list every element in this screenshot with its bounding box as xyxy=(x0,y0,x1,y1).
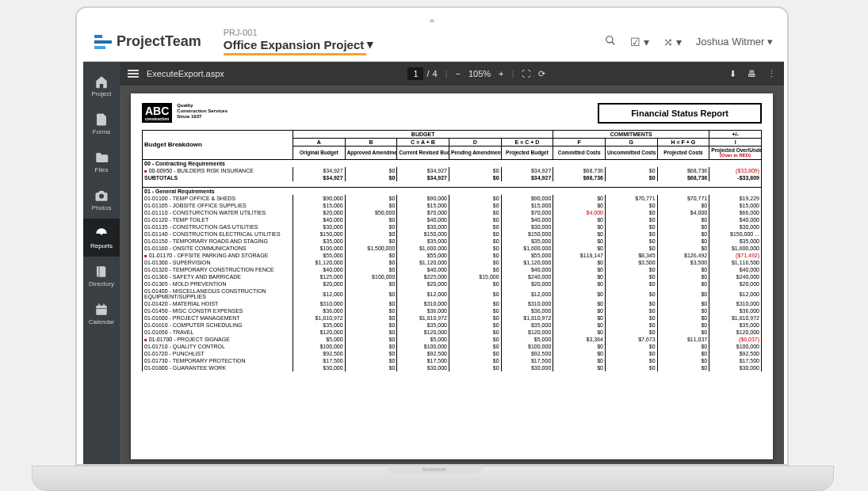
zoom-level[interactable]: 105% xyxy=(468,69,491,78)
laptop-notch: Notebook xyxy=(387,466,482,474)
table-row: 01-01160 - ONSITE COMMUNICATIONS xyxy=(143,245,293,252)
company-tagline: QualityConstruction ServicesSince 1937 xyxy=(177,103,228,120)
table-row: 01-01610 - COMPUTER SCHEDULING xyxy=(143,322,293,329)
table-row: 01-01140 - CONSTRUCTION ELECTRICAL UTILI… xyxy=(143,230,293,238)
table-row: 01-01400 - MISCELLANEOUS CONSTRUCTION EQ… xyxy=(143,287,293,300)
company-logo: ABC xyxy=(142,103,172,117)
gauge-icon xyxy=(94,226,109,241)
sidebar-label: Project xyxy=(92,90,112,97)
check-dropdown-icon[interactable]: ☑ ▾ xyxy=(630,36,649,48)
home-icon xyxy=(94,74,109,89)
sidebar-item-files[interactable]: Files xyxy=(83,143,120,181)
table-row: 01-01300 - SUPERVISION xyxy=(143,259,293,266)
print-icon[interactable]: 🖶 xyxy=(748,69,756,78)
report-page: ABC construction QualityConstruction Ser… xyxy=(131,93,773,459)
fit-page-icon[interactable]: ⛶ xyxy=(522,69,530,78)
table-row: 01-01150 - TEMPORARY ROADS AND STAGING xyxy=(143,238,293,245)
table-row: 01-01650 - TRAVEL xyxy=(143,329,293,336)
sidebar-label: Photos xyxy=(92,204,112,211)
table-row: 01-01110 - CONSTURCTION WATER UTILITIES xyxy=(143,209,293,216)
report-title: Financial Status Report xyxy=(598,103,762,124)
project-selector[interactable]: PRJ-001 Office Expansion Project ▾ xyxy=(224,28,374,55)
pdf-toolbar: ExecuteExport.aspx / 4 | − 105% + xyxy=(120,62,784,86)
page-number-input[interactable] xyxy=(407,67,423,80)
sidebar-label: Directory xyxy=(89,280,114,287)
table-row: 01-01105 - JOBSITE OFFICE SUPPLIES xyxy=(143,202,293,209)
table-row: 01-01800 - GUARANTEE WORK xyxy=(143,364,293,371)
sidebar-label: Calendar xyxy=(89,318,114,325)
sidebar-label: Files xyxy=(95,166,109,173)
doc-icon xyxy=(94,112,109,127)
table-row: 01-01720 - PUNCHLIST xyxy=(143,350,293,357)
sidebar-item-calendar[interactable]: Calendar xyxy=(83,295,120,333)
left-sidebar: ProjectFormsFilesPhotosReportsDirectoryC… xyxy=(83,62,120,466)
table-row: 01-01135 - CONSTRUCTION GAS UTILITIES xyxy=(143,223,293,230)
table-row: 00-00950 - BUILDERS RISK INSURANCE xyxy=(143,167,293,174)
logo-icon xyxy=(94,35,112,49)
table-row: 01-01360 - SAFETY AND BARRICADE xyxy=(143,273,293,280)
page-separator: / xyxy=(426,69,429,78)
rotate-icon[interactable]: ⟳ xyxy=(538,69,545,79)
document-filename: ExecuteExport.aspx xyxy=(147,69,224,78)
top-bar: ProjectTeam PRJ-001 Office Expansion Pro… xyxy=(83,22,784,62)
more-icon[interactable]: ⋮ xyxy=(767,69,776,79)
sidebar-label: Reports xyxy=(90,242,113,249)
table-row: 01-01320 - TEMPORARY CONSTRUCTION FENCE xyxy=(143,266,293,273)
zoom-in-button[interactable]: + xyxy=(499,69,503,78)
calendar-icon xyxy=(94,303,109,317)
sidebar-label: Forms xyxy=(93,128,111,135)
book-icon xyxy=(94,265,109,279)
sidebar-item-photos[interactable]: Photos xyxy=(83,181,120,219)
folder-icon xyxy=(94,150,109,165)
search-icon[interactable] xyxy=(605,35,616,48)
table-row: 01-01450 - MISC CONSTR EXPENSES xyxy=(143,307,293,314)
table-row: 01-01700 - PROJECT SIGNAGE xyxy=(143,336,293,343)
report-viewer: ExecuteExport.aspx / 4 | − 105% + xyxy=(120,62,784,466)
table-row: 01-01420 - MATERIAL HOIST xyxy=(143,300,293,307)
svg-rect-6 xyxy=(96,305,107,314)
caret-down-icon: ▾ xyxy=(367,37,373,51)
menu-icon[interactable] xyxy=(128,68,139,79)
table-row: 01-01100 - TEMP OFFICE & SHEDS xyxy=(143,195,293,202)
svg-line-1 xyxy=(612,42,615,45)
page-total: 4 xyxy=(433,69,438,78)
sidebar-item-forms[interactable]: Forms xyxy=(83,105,120,143)
divider: | xyxy=(512,69,514,78)
sidebar-item-directory[interactable]: Directory xyxy=(83,257,120,295)
sidebar-item-project[interactable]: Project xyxy=(83,67,120,105)
camera-icon xyxy=(94,188,109,203)
table-row: 01-01170 - OFFSITE PARKING AND STORAGE xyxy=(143,252,293,259)
brand-name: ProjectTeam xyxy=(117,33,201,50)
company-logo-block: ABC construction QualityConstruction Ser… xyxy=(142,103,228,123)
table-row: 01-01730 - TEMPORARY PROTECTION xyxy=(143,357,293,364)
table-row: 01-01600 - PROJECT MANAGEMENT xyxy=(143,314,293,322)
download-icon[interactable]: ⬇ xyxy=(729,69,736,79)
table-row: 01-01710 - QUALITY CONTROL xyxy=(143,343,293,350)
table-row: 01-01365 - MOLD PREVENTION xyxy=(143,280,293,287)
sidebar-item-reports[interactable]: Reports xyxy=(83,219,120,257)
shuffle-icon[interactable]: ⤮ ▾ xyxy=(663,36,682,48)
project-code: PRJ-001 xyxy=(224,28,374,37)
user-menu[interactable]: Joshua Witmer ▾ xyxy=(696,36,773,48)
app-logo[interactable]: ProjectTeam xyxy=(94,33,201,50)
budget-table: Budget BreakdownBUDGETCOMMITMENTS+/-ABC … xyxy=(142,130,762,371)
company-logo-sub: construction xyxy=(142,116,172,123)
svg-point-2 xyxy=(99,193,104,198)
table-row: 01-01120 - TEMP TOILET xyxy=(143,216,293,223)
project-name: Office Expansion Project xyxy=(224,38,365,51)
divider: | xyxy=(445,69,448,78)
zoom-out-button[interactable]: − xyxy=(456,69,461,78)
svg-point-0 xyxy=(606,36,613,43)
